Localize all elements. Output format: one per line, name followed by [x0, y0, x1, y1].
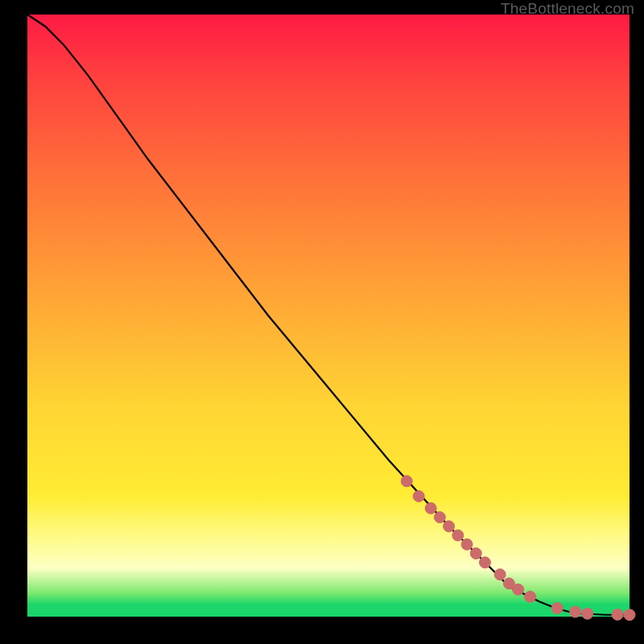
data-marker [494, 569, 506, 580]
plot-svg [27, 14, 630, 617]
data-marker [434, 512, 445, 523]
data-marker [525, 591, 536, 602]
data-marker [452, 530, 464, 541]
data-marker [551, 603, 563, 614]
marker-group [401, 476, 635, 621]
data-marker [513, 584, 524, 595]
data-marker [612, 609, 623, 620]
data-marker [425, 502, 436, 514]
data-marker [401, 476, 412, 487]
data-marker [461, 539, 473, 550]
data-marker [413, 490, 424, 502]
curve-line [27, 14, 630, 615]
data-marker [479, 557, 490, 568]
attribution-text: TheBottleneck.com [501, 0, 634, 18]
data-marker [582, 608, 593, 619]
data-marker [444, 521, 455, 532]
data-marker [470, 547, 481, 559]
data-marker [570, 606, 581, 617]
chart-container: TheBottleneck.com [0, 0, 644, 644]
data-marker [624, 609, 635, 621]
